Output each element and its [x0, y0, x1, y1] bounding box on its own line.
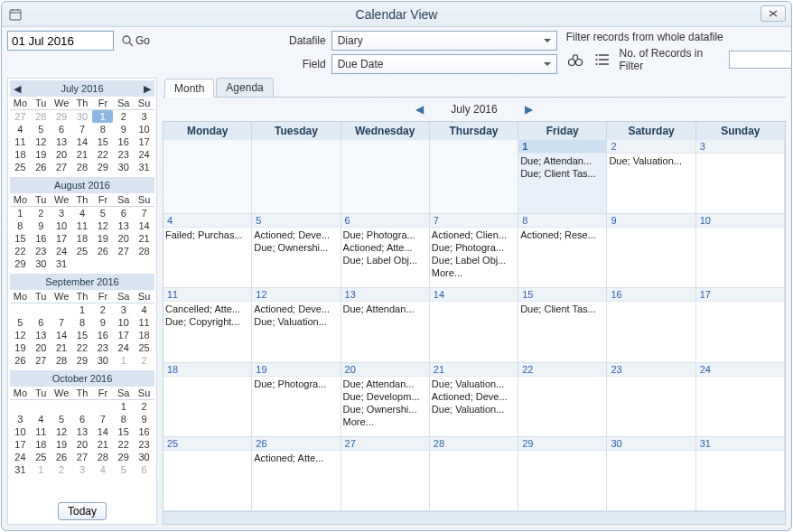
mini-day[interactable]: 26 — [51, 451, 72, 463]
mini-day[interactable]: 6 — [31, 316, 51, 329]
event-item[interactable]: Due; Photogra... — [432, 241, 516, 254]
mini-day[interactable]: 15 — [10, 232, 31, 245]
mini-day[interactable]: 7 — [72, 123, 93, 135]
mini-day[interactable]: 27 — [72, 451, 93, 463]
mini-day[interactable]: 16 — [31, 232, 51, 245]
mini-day[interactable]: 28 — [134, 245, 154, 257]
mini-day[interactable]: 1 — [92, 110, 113, 123]
mini-day[interactable]: 11 — [134, 316, 154, 329]
mini-day[interactable]: 5 — [10, 316, 31, 329]
event-item[interactable]: Actioned; Atte... — [254, 452, 338, 464]
mini-day[interactable]: 23 — [113, 148, 134, 161]
mini-day[interactable]: 14 — [72, 135, 93, 148]
event-item[interactable]: Actioned; Deve... — [254, 229, 338, 241]
calendar-cell[interactable]: 5Actioned; Deve...Due; Ownershi... — [252, 214, 341, 288]
mini-day[interactable]: 12 — [31, 135, 51, 148]
mini-day-other[interactable]: 2 — [51, 463, 72, 476]
event-item[interactable]: More... — [432, 266, 516, 279]
mini-day[interactable]: 31 — [51, 257, 72, 270]
mini-day[interactable]: 10 — [51, 219, 72, 232]
mini-day[interactable]: 9 — [113, 123, 134, 135]
mini-day[interactable]: 5 — [51, 413, 72, 425]
mini-day[interactable]: 9 — [134, 413, 154, 425]
event-item[interactable]: Due; Photogra... — [343, 229, 427, 241]
event-item[interactable]: Actioned; Rese... — [520, 229, 604, 241]
calendar-cell[interactable]: 23 — [607, 363, 695, 437]
today-button[interactable]: Today — [58, 502, 107, 520]
event-item[interactable]: Due; Client Tas... — [520, 303, 604, 315]
event-item[interactable]: Due; Valuation... — [432, 378, 516, 390]
mini-day-other[interactable]: 30 — [72, 110, 93, 123]
mini-day[interactable]: 4 — [10, 123, 31, 135]
mini-day[interactable]: 20 — [51, 148, 72, 161]
datafile-select[interactable]: Diary — [331, 31, 557, 51]
mini-day[interactable]: 21 — [92, 438, 113, 451]
mini-day[interactable]: 8 — [10, 219, 31, 232]
mini-day[interactable]: 2 — [113, 110, 134, 123]
mini-day[interactable]: 3 — [10, 413, 31, 425]
mini-day[interactable]: 7 — [51, 316, 72, 329]
mini-day[interactable]: 20 — [113, 232, 134, 245]
mini-day[interactable]: 27 — [31, 354, 51, 367]
mini-day[interactable]: 30 — [31, 257, 51, 270]
mini-day[interactable]: 26 — [92, 245, 113, 257]
go-button[interactable]: Go — [117, 31, 154, 51]
mini-day[interactable]: 2 — [92, 303, 113, 316]
calendar-cell[interactable]: 11Cancelled; Atte...Due; Copyright... — [163, 288, 252, 362]
event-item[interactable]: Actioned; Clien... — [432, 229, 516, 241]
mini-day[interactable]: 22 — [72, 341, 93, 354]
calendar-cell[interactable]: 14 — [430, 288, 518, 362]
mini-next-button[interactable]: ▶ — [142, 83, 153, 94]
mini-day[interactable]: 16 — [92, 329, 113, 341]
calendar-cell[interactable]: 12Actioned; Deve...Due; Valuation... — [252, 288, 341, 362]
calendar-cell[interactable]: 30 — [607, 437, 695, 511]
mini-day[interactable]: 18 — [134, 329, 154, 341]
mini-day[interactable]: 19 — [31, 148, 51, 161]
mini-day[interactable]: 19 — [10, 341, 31, 354]
mini-day[interactable]: 8 — [92, 123, 113, 135]
mini-day[interactable]: 14 — [51, 329, 72, 341]
mini-day[interactable]: 14 — [134, 219, 154, 232]
mini-day[interactable]: 31 — [10, 463, 31, 476]
tab-agenda[interactable]: Agenda — [216, 78, 273, 97]
mini-day[interactable]: 10 — [10, 425, 31, 438]
mini-day[interactable]: 24 — [113, 341, 134, 354]
mini-day[interactable]: 11 — [72, 219, 93, 232]
calendar-cell[interactable]: 7Actioned; Clien...Due; Photogra...Due; … — [430, 214, 518, 288]
mini-day[interactable]: 3 — [113, 303, 134, 316]
calendar-cell[interactable]: 29 — [518, 437, 607, 511]
binoculars-icon[interactable] — [566, 50, 585, 70]
mini-day[interactable]: 5 — [31, 123, 51, 135]
event-item[interactable]: Due; Ownershi... — [254, 241, 338, 254]
event-item[interactable]: Actioned; Deve... — [432, 390, 516, 403]
event-item[interactable]: Due; Valuation... — [254, 315, 338, 328]
calendar-cell[interactable]: 27 — [341, 437, 430, 511]
calendar-cell[interactable]: 19Due; Photogra... — [252, 363, 341, 437]
calendar-cell[interactable]: 18 — [163, 363, 252, 437]
mini-day[interactable]: 20 — [31, 341, 51, 354]
event-item[interactable]: Actioned; Deve... — [254, 303, 338, 315]
mini-day[interactable]: 10 — [113, 316, 134, 329]
mini-day[interactable]: 2 — [31, 207, 51, 219]
record-count-field[interactable] — [729, 51, 792, 69]
calendar-cell[interactable]: 31 — [696, 437, 785, 511]
mini-day[interactable]: 23 — [92, 341, 113, 354]
mini-day[interactable]: 16 — [134, 425, 154, 438]
event-item[interactable]: Due; Photogra... — [254, 378, 338, 390]
calendar-cell[interactable]: 28 — [430, 437, 518, 511]
mini-day[interactable]: 29 — [92, 161, 113, 173]
mini-day[interactable]: 22 — [92, 148, 113, 161]
mini-day-other[interactable]: 27 — [10, 110, 31, 123]
mini-day[interactable]: 22 — [10, 245, 31, 257]
mini-day[interactable]: 6 — [113, 207, 134, 219]
mini-day-other[interactable]: 3 — [72, 463, 93, 476]
calendar-cell[interactable]: 3 — [696, 140, 785, 214]
mini-day[interactable]: 23 — [134, 438, 154, 451]
mini-day[interactable]: 25 — [31, 451, 51, 463]
mini-day[interactable]: 11 — [10, 135, 31, 148]
mini-day-other[interactable]: 29 — [51, 110, 72, 123]
mini-day-other[interactable]: 5 — [113, 463, 134, 476]
mini-day[interactable]: 25 — [10, 161, 31, 173]
close-button[interactable] — [760, 5, 786, 22]
mini-day[interactable]: 5 — [92, 207, 113, 219]
